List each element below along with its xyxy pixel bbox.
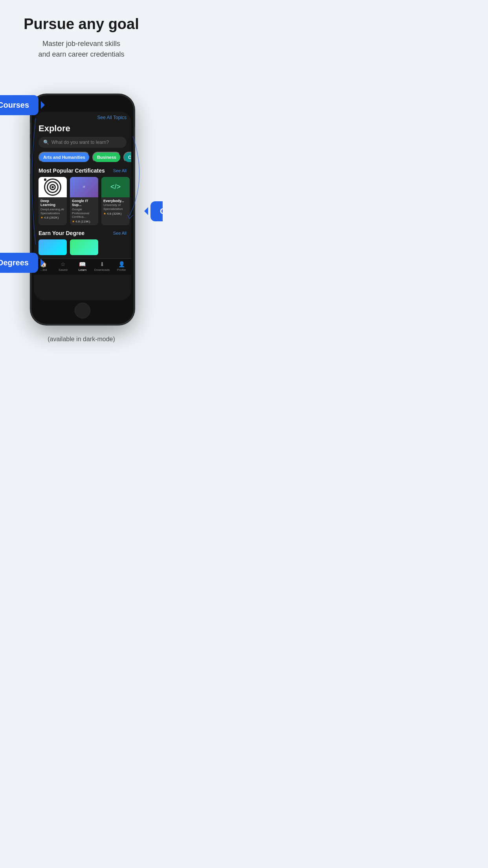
card-rating: ★ 4.8 (320K) <box>103 212 128 215</box>
google-it-thumbnail: IT <box>70 177 98 197</box>
degree-thumb-2 <box>70 239 98 255</box>
search-bar[interactable]: 🔍 What do you want to learn? <box>39 137 127 148</box>
card-name: Everybody... <box>103 199 128 203</box>
star-icon: ★ <box>72 220 75 223</box>
degrees-callout: Degrees <box>0 253 38 273</box>
everybody-thumbnail: </> <box>101 177 130 197</box>
degree-thumbnails-row <box>34 239 131 258</box>
search-input[interactable]: What do you want to learn? <box>51 140 109 145</box>
degrees-header: Earn Your Degree See All <box>34 230 131 239</box>
card-type: Specialization <box>103 207 128 211</box>
card-type: Specialization <box>40 211 65 215</box>
star-icon: ★ <box>40 216 43 219</box>
download-icon: ⬇ <box>100 261 105 267</box>
degrees-see-all[interactable]: See All <box>113 231 127 235</box>
rating-value: 4.8 (262K) <box>44 216 59 219</box>
deep-learning-card[interactable]: Deep Learning DeepLearning.AI Specializa… <box>39 177 67 225</box>
tab-profile[interactable]: 👤 Profile <box>112 261 131 272</box>
header-section: Pursue any goal Master job-relevant skil… <box>24 16 139 60</box>
card-rating: ★ 4.8 (119K) <box>72 220 96 223</box>
volume-down-button <box>30 158 31 174</box>
learn-icon: 📖 <box>79 261 86 267</box>
see-all-topics-link[interactable]: See All Topics <box>97 115 127 120</box>
tab-downloads[interactable]: ⬇ Downloads <box>92 261 112 272</box>
main-title: Pursue any goal <box>24 16 139 33</box>
screen-header: See All Topics <box>34 112 131 122</box>
tab-learn[interactable]: 📖 Learn <box>73 261 92 272</box>
subtitle: Master job-relevant skills and earn care… <box>24 39 139 60</box>
courses-callout: Courses <box>0 95 39 115</box>
arts-humanities-pill[interactable]: Arts and Humanities <box>39 152 90 163</box>
phone-screen: See All Topics Explore 🔍 What do you wan… <box>34 112 131 300</box>
star-icon: ★ <box>103 212 106 215</box>
profile-icon: 👤 <box>118 261 125 267</box>
category-pills: Arts and Humanities Business Computer Sc… <box>34 152 131 167</box>
footer-text: (available in dark-mode) <box>48 336 115 343</box>
everybody-card[interactable]: </> Everybody... University of Specializ… <box>101 177 130 225</box>
degrees-title: Earn Your Degree <box>39 230 84 236</box>
concentric-circles-icon <box>44 178 61 196</box>
mute-button <box>30 123 31 134</box>
power-button <box>134 127 135 146</box>
phone-wrapper: Courses Certificates Degrees See All Top… <box>8 72 157 324</box>
home-button[interactable] <box>75 303 90 318</box>
card-rating: ★ 4.8 (262K) <box>40 216 65 219</box>
volume-up-button <box>30 138 31 154</box>
explore-title: Explore <box>34 122 131 137</box>
card-type: Professional Certifica... <box>72 211 96 219</box>
tab-saved[interactable]: ☆ Saved <box>53 261 73 272</box>
search-icon: 🔍 <box>43 140 49 145</box>
card-name: Google IT Sup... <box>72 199 96 208</box>
card-provider: Google <box>72 208 96 211</box>
tab-bar: 🏠 ...led ☆ Saved 📖 Learn ⬇ Downloads 👤 <box>34 258 131 275</box>
deep-learning-thumbnail <box>39 177 67 197</box>
code-icon: </> <box>110 183 121 191</box>
phone-notch <box>65 101 100 109</box>
certificates-callout: Certificates <box>150 201 163 221</box>
rating-value: 4.8 (320K) <box>107 212 121 215</box>
business-pill[interactable]: Business <box>92 152 121 163</box>
card-name: Deep Learning <box>40 199 65 208</box>
phone-shell: See All Topics Explore 🔍 What do you wan… <box>31 95 134 324</box>
most-popular-see-all[interactable]: See All <box>113 168 127 173</box>
most-popular-header: Most Popular Certificates See All <box>34 167 131 177</box>
computer-science-pill[interactable]: Computer Scien... <box>123 152 131 163</box>
degree-thumb-1 <box>39 239 67 255</box>
rating-value: 4.8 (119K) <box>75 220 90 223</box>
card-provider: University of <box>103 203 128 207</box>
card-provider: DeepLearning.AI <box>40 208 65 211</box>
google-it-card[interactable]: IT Google IT Sup... Google Professional … <box>70 177 98 225</box>
certificates-cards-row: Deep Learning DeepLearning.AI Specializa… <box>34 177 131 230</box>
most-popular-title: Most Popular Certificates <box>39 167 105 174</box>
bookmark-icon: ☆ <box>61 261 66 267</box>
